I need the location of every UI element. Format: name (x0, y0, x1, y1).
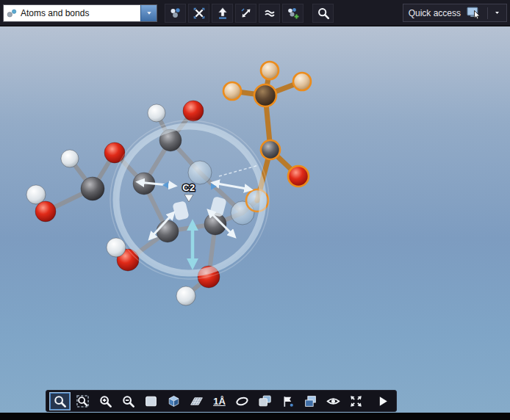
arrow-up-icon (215, 6, 230, 21)
free-transform-button[interactable] (235, 4, 256, 23)
bottom-strip (0, 413, 510, 420)
snapshot-button[interactable] (254, 392, 276, 410)
atom[interactable] (61, 150, 79, 167)
monitor-cursor-icon[interactable] (466, 5, 482, 21)
divider (487, 7, 488, 19)
annotation-button[interactable] (277, 392, 298, 410)
caret-down-icon (145, 10, 154, 17)
balls-icon (168, 6, 183, 21)
atom[interactable] (293, 73, 311, 90)
measure-distance-button[interactable]: 1Å (209, 392, 230, 410)
visibility-button[interactable] (323, 392, 344, 410)
diag-arrows-icon (239, 6, 254, 21)
eye-icon (326, 394, 341, 409)
expand-icon (348, 394, 364, 409)
magnifier-minus-icon (121, 394, 136, 409)
zoom-tool-button[interactable] (49, 392, 71, 410)
chevron-down-icon[interactable] (493, 10, 501, 16)
atoms-icon (5, 7, 18, 20)
show-plane-button[interactable] (186, 392, 207, 410)
atom[interactable] (261, 62, 279, 79)
atom[interactable] (288, 166, 309, 187)
camera-icon (257, 394, 273, 409)
atom[interactable] (261, 140, 280, 159)
selection-mode-value: Atoms and bonds (18, 8, 140, 18)
approx-icon (262, 6, 277, 21)
top-toolbar: Atoms and bonds Quick access (0, 0, 510, 26)
atom[interactable] (81, 177, 104, 200)
adjust-bonds-button[interactable] (259, 4, 280, 23)
atom[interactable] (104, 142, 125, 163)
note-flag-icon (280, 394, 295, 409)
ring-icon (234, 394, 250, 409)
atom[interactable] (223, 82, 241, 100)
atom[interactable] (26, 185, 46, 204)
view-3d-button[interactable] (163, 392, 184, 410)
molecule-scene[interactable]: C2 (0, 26, 510, 413)
background-style-button[interactable] (140, 392, 162, 410)
move-up-button[interactable] (212, 4, 233, 23)
layers-icon (303, 394, 318, 409)
magnifier-icon (52, 394, 68, 409)
angstrom-label: 1Å (213, 396, 226, 407)
quick-access[interactable]: Quick access (403, 4, 507, 22)
cube-icon (166, 394, 182, 409)
atom[interactable] (148, 104, 165, 122)
dropdown-arrow-button[interactable] (140, 5, 157, 21)
play-animation-button[interactable] (372, 392, 393, 410)
atom[interactable] (254, 84, 276, 106)
bottom-toolbar: 1Å (46, 390, 397, 412)
add-fragment-button[interactable] (282, 4, 304, 23)
play-icon (375, 394, 390, 409)
atom[interactable] (107, 238, 126, 257)
balls-plus-icon (286, 6, 301, 21)
manipulator-axis-label: C2 (182, 182, 195, 193)
zoom-select-button[interactable] (312, 4, 334, 23)
zoom-in-button[interactable] (95, 392, 116, 410)
selection-mode-dropdown[interactable]: Atoms and bonds (3, 4, 157, 22)
fit-to-view-button[interactable] (345, 392, 367, 410)
top-toolbar-buttons (165, 4, 334, 23)
3d-viewport[interactable]: C2 (0, 26, 510, 413)
zoom-region-button[interactable] (72, 392, 93, 410)
square-icon (143, 394, 159, 409)
magnifier-icon (316, 6, 331, 21)
atom[interactable] (176, 286, 195, 305)
magnifier-plus-icon (98, 394, 113, 409)
show-ring-button[interactable] (231, 392, 253, 410)
atom[interactable] (183, 101, 204, 121)
magnifier-box-icon (75, 394, 90, 409)
zoom-out-button[interactable] (118, 392, 139, 410)
quick-access-label: Quick access (409, 8, 461, 18)
grid-plane-icon (189, 394, 204, 409)
fragment-select-button[interactable] (165, 4, 186, 23)
atom[interactable] (35, 201, 56, 222)
x-mark-icon (192, 6, 206, 21)
delete-selection-button[interactable] (188, 4, 209, 23)
layers-button[interactable] (300, 392, 321, 410)
